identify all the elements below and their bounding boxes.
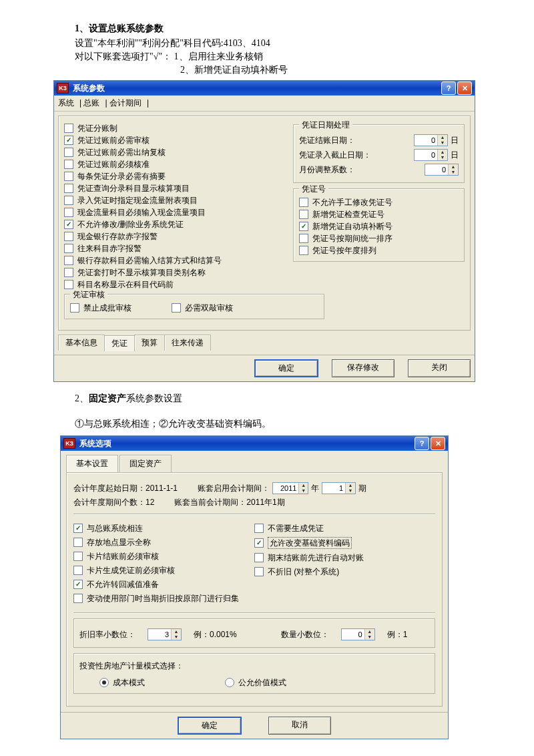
checkbox-item[interactable]: 期末结账前先进行自动对账 [254, 552, 435, 563]
checkbox-label: 存放地点显示全称 [87, 537, 151, 548]
help-button[interactable]: ? [441, 81, 456, 95]
group-legend: 凭证审核 [70, 289, 107, 301]
checkbox-item[interactable]: 卡片生成凭证前必须审核 [73, 565, 254, 576]
checkbox-item[interactable]: 凭证号按年度排列 [299, 245, 459, 256]
label-enable-period: 账套启用会计期间： [198, 483, 270, 494]
checkbox-item[interactable]: ✓与总账系统相连 [73, 523, 254, 534]
menu-system[interactable]: 系统 [58, 98, 74, 108]
checkbox-item[interactable]: 凭证查询分录科目显示核算项目 [64, 183, 288, 194]
titlebar[interactable]: K3 系统选项 ? ✕ [61, 436, 448, 451]
checkbox-icon [64, 232, 73, 241]
spinner-close-date[interactable]: 0▲▼ [414, 134, 448, 146]
menubar: 系统| 总账| 会计期间| [54, 96, 475, 112]
checkbox-icon [64, 172, 73, 181]
checkbox-item[interactable]: 卡片结账前必须审核 [73, 551, 254, 562]
label-current-period: 账套当前会计期间： [174, 498, 246, 507]
checkbox-label: 卡片生成凭证前必须审核 [87, 565, 175, 576]
value-period-count: 12 [146, 498, 154, 507]
checkbox-icon [64, 268, 73, 277]
checkbox-item[interactable]: 凭证号按期间统一排序 [299, 233, 459, 244]
checkbox-item[interactable]: 不允许手工修改凭证号 [299, 197, 459, 208]
tab-basic-settings[interactable]: 基本设置 [66, 455, 118, 472]
checkbox-double-audit[interactable]: 必需双敲审核 [172, 303, 233, 313]
checkbox-batch-audit[interactable]: 禁止成批审核 [70, 303, 131, 313]
ok-button[interactable]: 确定 [254, 359, 318, 377]
checkbox-item[interactable]: 每条凭证分录必需有摘要 [64, 171, 288, 182]
radio-cost-mode[interactable]: 成本模式 [99, 677, 145, 688]
checkbox-label: 每条凭证分录必需有摘要 [77, 171, 166, 182]
radio-fair-value-mode[interactable]: 公允价值模式 [225, 677, 286, 688]
checkbox-item[interactable]: 不折旧 (对整个系统) [254, 566, 435, 577]
checkbox-icon [73, 594, 83, 603]
titlebar[interactable]: K3 系统参数 ? ✕ [54, 81, 475, 96]
checkbox-item[interactable]: 现金银行存款赤字报警 [64, 231, 288, 242]
window-system-params: K3 系统参数 ? ✕ 系统| 总账| 会计期间| 凭证分账制✓凭证过账前必需审… [53, 80, 475, 382]
checkbox-item[interactable]: 凭证套打时不显示核算项目类别名称 [64, 267, 288, 278]
tab-transactions[interactable]: 往来传递 [164, 335, 211, 351]
checkbox-icon [64, 124, 73, 133]
checkbox-item[interactable]: 凭证分账制 [64, 123, 288, 134]
checkbox-label: 与总账系统相连 [87, 523, 143, 534]
checkbox-item[interactable]: 存放地点显示全称 [73, 537, 254, 548]
app-icon: K3 [57, 83, 69, 93]
checkbox-icon: ✓ [254, 538, 264, 548]
spinner-dep-dec[interactable]: 3▲▼ [148, 628, 182, 640]
suffix-day-1: 日 [451, 135, 459, 146]
checkbox-icon [64, 184, 73, 193]
checkbox-label: 现金流量科目必须输入现金流量项目 [77, 207, 206, 218]
checkbox-item[interactable]: ✓允许改变基础资料编码 [254, 537, 435, 549]
close-button[interactable]: ✕ [431, 437, 445, 450]
tab-voucher[interactable]: 凭证 [104, 335, 135, 351]
checkbox-label: 必需双敲审核 [185, 303, 233, 313]
spinner-month-adjust[interactable]: 0▲▼ [425, 164, 459, 176]
checkbox-item[interactable]: 凭证过账前必需出纳复核 [64, 147, 288, 158]
button-bar: 确定 保存修改 关闭 [54, 355, 475, 381]
checkbox-item[interactable]: 凭证过账前必须核准 [64, 159, 288, 170]
spinner-qty-dec[interactable]: 0▲▼ [341, 628, 375, 640]
menu-period[interactable]: 会计期间 [109, 98, 142, 108]
spinner-entry-deadline[interactable]: 0▲▼ [414, 149, 448, 161]
save-button[interactable]: 保存修改 [332, 359, 394, 377]
checkbox-item[interactable]: ✓不允许修改/删除业务系统凭证 [64, 219, 288, 230]
help-button[interactable]: ? [415, 437, 429, 450]
checkbox-item[interactable]: 银行存款科目必需输入结算方式和结算号 [64, 255, 288, 266]
label-mode: 投资性房地产计量模式选择： [79, 660, 429, 672]
close-button[interactable]: 关闭 [408, 359, 471, 377]
label-dep-dec: 折旧率小数位： [79, 629, 136, 640]
checkbox-item[interactable]: 变动使用部门时当期折旧按原部门进行归集 [73, 593, 254, 604]
checkbox-icon [254, 524, 264, 533]
checkbox-item[interactable]: 录入凭证时指定现金流量附表项目 [64, 195, 288, 206]
checkbox-label: 科目名称显示在科目代码前 [77, 279, 174, 290]
heading-1: 1、设置总账系统参数 [75, 23, 474, 35]
checkbox-item[interactable]: 科目名称显示在科目代码前 [64, 279, 288, 290]
close-button[interactable]: ✕ [457, 81, 472, 95]
checkbox-item[interactable]: 现金流量科目必须输入现金流量项目 [64, 207, 288, 218]
checkbox-icon: ✓ [73, 580, 83, 589]
group-legend: 凭证号 [299, 184, 328, 195]
tab-fixed-assets[interactable]: 固定资产 [119, 455, 172, 472]
spinner-period[interactable]: 1▲▼ [322, 482, 356, 494]
checkbox-item[interactable]: 新增凭证检查凭证号 [299, 209, 459, 220]
checkbox-item[interactable]: ✓凭证过账前必需审核 [64, 135, 288, 146]
label-period-count: 会计年度期间个数： [73, 498, 146, 507]
tab-budget[interactable]: 预算 [134, 335, 165, 351]
checkbox-icon [299, 234, 308, 243]
button-bar: 确定 取消 [61, 712, 448, 739]
spinner-year[interactable]: 2011▲▼ [272, 482, 308, 494]
checkbox-icon [64, 160, 73, 169]
checkbox-icon [299, 246, 308, 255]
checkbox-item[interactable]: 不需要生成凭证 [254, 523, 435, 534]
value-fy-start: 2011-1-1 [146, 484, 178, 493]
checkbox-item[interactable]: 往来科目赤字报警 [64, 243, 288, 254]
checkbox-label: 允许改变基础资料编码 [268, 537, 352, 549]
label-qty-dec: 数量小数位： [281, 629, 329, 640]
ok-button[interactable]: 确定 [178, 717, 242, 735]
tab-basic-info[interactable]: 基本信息 [58, 335, 105, 351]
checkbox-label: 不需要生成凭证 [268, 523, 324, 534]
menu-ledger[interactable]: 总账 [83, 98, 99, 108]
para-3: 2、新增凭证自动填补断号 [180, 64, 474, 76]
checkbox-label: 凭证过账前必需审核 [77, 135, 150, 146]
checkbox-item[interactable]: ✓新增凭证自动填补断号 [299, 221, 459, 232]
cancel-button[interactable]: 取消 [268, 717, 331, 735]
checkbox-item[interactable]: ✓不允许转回减值准备 [73, 579, 254, 590]
